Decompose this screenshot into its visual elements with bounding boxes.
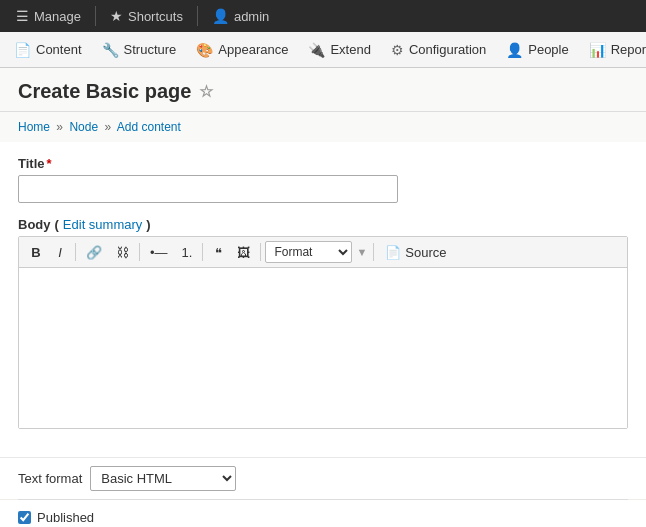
configuration-icon: ⚙ bbox=[391, 42, 404, 58]
numbered-list-button[interactable]: 1. bbox=[176, 241, 199, 263]
shortcuts-menu-item[interactable]: ★ Shortcuts bbox=[102, 4, 191, 28]
toolbar-sep-2 bbox=[139, 243, 140, 261]
star-admin-icon: ★ bbox=[110, 8, 123, 24]
breadcrumb-sep-2: » bbox=[104, 120, 111, 134]
published-row: Published bbox=[0, 500, 646, 527]
text-format-select[interactable]: Basic HTML Restricted HTML Full HTML Pla… bbox=[90, 466, 236, 491]
nav-item-configuration[interactable]: ⚙ Configuration bbox=[381, 36, 496, 64]
source-button[interactable]: 📄 Source bbox=[378, 241, 453, 263]
appearance-icon: 🎨 bbox=[196, 42, 213, 58]
format-arrow-icon: ▼ bbox=[356, 246, 367, 258]
user-icon: 👤 bbox=[212, 8, 229, 24]
title-label: Title* bbox=[18, 156, 628, 171]
required-indicator: * bbox=[47, 156, 52, 171]
menu-icon: ☰ bbox=[16, 8, 29, 24]
main-nav: 📄 Content 🔧 Structure 🎨 Appearance 🔌 Ext… bbox=[0, 32, 646, 68]
breadcrumb-home[interactable]: Home bbox=[18, 120, 50, 134]
published-label: Published bbox=[37, 510, 94, 525]
bar-separator-1 bbox=[95, 6, 96, 26]
nav-item-structure[interactable]: 🔧 Structure bbox=[92, 36, 187, 64]
toolbar-sep-5 bbox=[373, 243, 374, 261]
source-icon: 📄 bbox=[385, 245, 401, 260]
page-title: Create Basic page ☆ bbox=[18, 80, 628, 103]
bold-button[interactable]: B bbox=[25, 241, 47, 263]
toolbar-sep-3 bbox=[202, 243, 203, 261]
nav-item-appearance[interactable]: 🎨 Appearance bbox=[186, 36, 298, 64]
toolbar-sep-1 bbox=[75, 243, 76, 261]
published-checkbox[interactable] bbox=[18, 511, 31, 524]
title-input[interactable] bbox=[18, 175, 398, 203]
body-label-row: Body ( Edit summary ) bbox=[18, 217, 628, 232]
body-form-item: Body ( Edit summary ) B I 🔗 ⛓ •— 1. ❝ 🖼 bbox=[18, 217, 628, 429]
text-format-row: Text format Basic HTML Restricted HTML F… bbox=[0, 457, 646, 499]
manage-menu-item[interactable]: ☰ Manage bbox=[8, 4, 89, 28]
breadcrumb-node[interactable]: Node bbox=[69, 120, 98, 134]
link-button[interactable]: 🔗 bbox=[80, 241, 108, 263]
toolbar-sep-4 bbox=[260, 243, 261, 261]
people-icon: 👤 bbox=[506, 42, 523, 58]
edit-summary-link[interactable]: Edit summary bbox=[63, 217, 142, 232]
content-icon: 📄 bbox=[14, 42, 31, 58]
editor-container: B I 🔗 ⛓ •— 1. ❝ 🖼 Format Heading 1 Headi… bbox=[18, 236, 628, 429]
admin-bar: ☰ Manage ★ Shortcuts 👤 admin bbox=[0, 0, 646, 32]
editor-toolbar: B I 🔗 ⛓ •— 1. ❝ 🖼 Format Heading 1 Headi… bbox=[19, 237, 627, 268]
breadcrumb-sep-1: » bbox=[56, 120, 63, 134]
italic-button[interactable]: I bbox=[49, 241, 71, 263]
favorite-star-icon[interactable]: ☆ bbox=[199, 82, 213, 101]
breadcrumb-add-content[interactable]: Add content bbox=[117, 120, 181, 134]
blockquote-button[interactable]: ❝ bbox=[207, 241, 229, 263]
nav-item-content[interactable]: 📄 Content bbox=[4, 36, 92, 64]
structure-icon: 🔧 bbox=[102, 42, 119, 58]
image-button[interactable]: 🖼 bbox=[231, 241, 256, 263]
title-form-item: Title* bbox=[18, 156, 628, 203]
reports-icon: 📊 bbox=[589, 42, 606, 58]
extend-icon: 🔌 bbox=[308, 42, 325, 58]
text-format-label: Text format bbox=[18, 471, 82, 486]
bar-separator-2 bbox=[197, 6, 198, 26]
bullet-list-button[interactable]: •— bbox=[144, 241, 174, 263]
nav-item-people[interactable]: 👤 People bbox=[496, 36, 578, 64]
format-select[interactable]: Format Heading 1 Heading 2 Paragraph bbox=[265, 241, 352, 263]
nav-item-extend[interactable]: 🔌 Extend bbox=[298, 36, 380, 64]
breadcrumb: Home » Node » Add content bbox=[0, 112, 646, 142]
page-header: Create Basic page ☆ bbox=[0, 68, 646, 112]
admin-user-menu-item[interactable]: 👤 admin bbox=[204, 4, 277, 28]
editor-body[interactable] bbox=[19, 268, 627, 428]
unlink-button[interactable]: ⛓ bbox=[110, 241, 135, 263]
content-area: Title* Body ( Edit summary ) B I 🔗 ⛓ •— … bbox=[0, 142, 646, 457]
nav-item-reports[interactable]: 📊 Reports bbox=[579, 36, 646, 64]
